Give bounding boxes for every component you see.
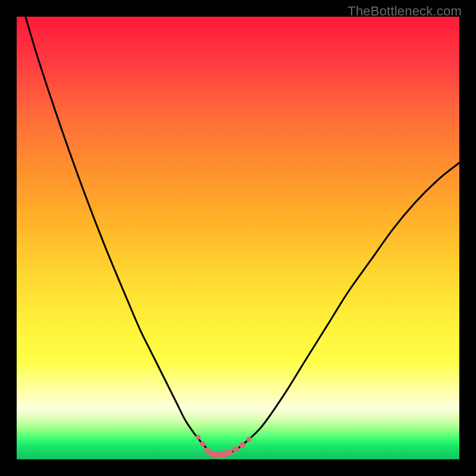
curve-layer (17, 17, 459, 459)
valley-marker (233, 446, 239, 452)
valley-marker (239, 442, 245, 448)
chart-stage: TheBottleneck.com (0, 0, 476, 476)
watermark-text: TheBottleneck.com (347, 4, 462, 19)
plot-area (17, 17, 459, 459)
valley-marker (246, 437, 252, 442)
valley-marker (226, 449, 233, 456)
valley-marker (200, 441, 205, 446)
bottleneck-curve (26, 17, 459, 455)
valley-marker (196, 435, 201, 440)
